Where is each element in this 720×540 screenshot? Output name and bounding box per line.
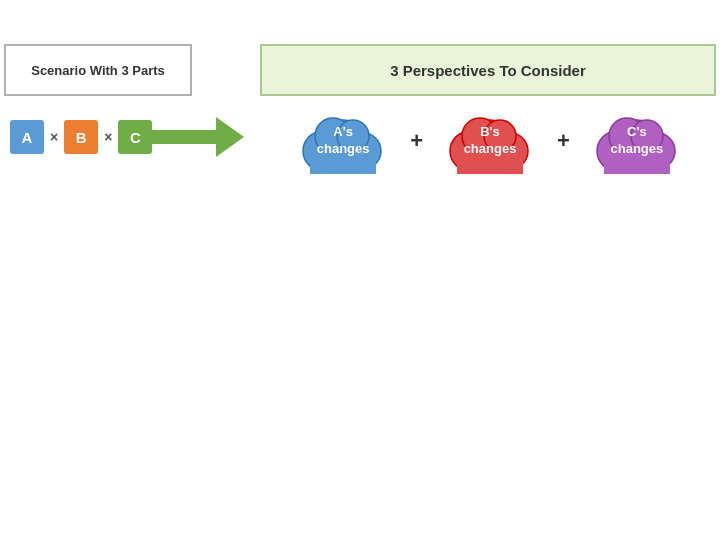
clouds-row: A's changes + <box>264 96 716 186</box>
arrow-body <box>148 130 216 144</box>
cloud-b-wrap: B's changes <box>435 96 545 186</box>
cloud-c-text: C's changes <box>610 124 663 158</box>
scenario-text: Scenario With 3 Parts <box>31 63 165 78</box>
perspectives-text: 3 Perspectives To Consider <box>390 62 586 79</box>
plus-1: + <box>410 128 423 154</box>
cloud-b-text: B's changes <box>464 124 517 158</box>
parts-row: A × B × C <box>10 120 152 154</box>
cloud-a-wrap: A's changes <box>288 96 398 186</box>
plus-2: + <box>557 128 570 154</box>
cloud-a-line2: changes <box>317 141 370 158</box>
cloud-b-line2: changes <box>464 141 517 158</box>
main-page: Scenario With 3 Parts 3 Perspectives To … <box>0 0 720 540</box>
part-c-label: C <box>130 129 141 146</box>
arrow-head <box>216 117 244 157</box>
cloud-a-line1: A's <box>317 124 370 141</box>
cloud-c-wrap: C's changes <box>582 96 692 186</box>
cloud-c-line2: changes <box>610 141 663 158</box>
part-b-label: B <box>76 129 87 146</box>
cloud-b-container: B's changes <box>435 96 545 186</box>
cloud-c-line1: C's <box>610 124 663 141</box>
cloud-c-container: C's changes <box>582 96 692 186</box>
arrow <box>148 118 248 156</box>
scenario-label: Scenario With 3 Parts <box>4 44 192 96</box>
cross-2: × <box>104 129 112 145</box>
cloud-a-text: A's changes <box>317 124 370 158</box>
cloud-a-container: A's changes <box>288 96 398 186</box>
part-a-label: A <box>22 129 33 146</box>
cloud-b-line1: B's <box>464 124 517 141</box>
perspectives-label: 3 Perspectives To Consider <box>260 44 716 96</box>
cross-1: × <box>50 129 58 145</box>
part-b-box: B <box>64 120 98 154</box>
part-a-box: A <box>10 120 44 154</box>
